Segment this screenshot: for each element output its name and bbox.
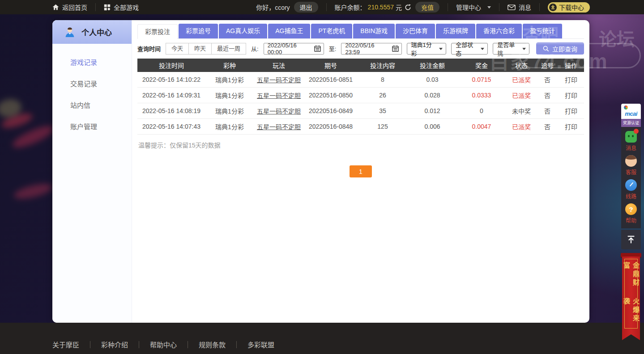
recharge-button[interactable]: 充值	[415, 2, 439, 13]
calendar-icon[interactable]	[314, 45, 321, 52]
single-select[interactable]: 是否单挑	[493, 43, 529, 55]
print-action[interactable]: 打印	[558, 122, 584, 131]
widget-item-help[interactable]: ?帮助	[621, 202, 641, 226]
quick-range-yesterday[interactable]: 昨天	[188, 43, 212, 55]
home-icon	[52, 4, 59, 10]
print-action[interactable]: 打印	[558, 91, 584, 100]
widget-items: 消息客服线路?帮助	[621, 127, 641, 228]
lottery-type: 瑞典1分彩	[205, 91, 254, 100]
column-header-1: 彩种	[205, 61, 254, 70]
column-header-4: 投注内容	[358, 61, 408, 70]
footer-link-lottery-intro[interactable]: 彩种介绍	[101, 340, 128, 349]
balance-value: 210.5557	[368, 4, 394, 11]
lottery-select[interactable]: 瑞典1分彩	[407, 43, 447, 55]
tab-ag-fishing[interactable]: AG捕鱼王	[268, 24, 310, 38]
bet-amount: 0.03	[408, 76, 457, 83]
widget-item-label-line: 线路	[626, 192, 636, 200]
grid-icon	[104, 4, 111, 11]
status-select-value: 全部状态	[456, 40, 478, 57]
back-to-top-icon	[626, 235, 636, 244]
avatar-icon	[64, 26, 76, 38]
footer-separator	[139, 341, 139, 348]
sidebar-item-transaction-records[interactable]: 交易记录	[52, 73, 132, 95]
lottery-type: 瑞典1分彩	[205, 75, 254, 84]
widget-item-line[interactable]: 线路	[621, 177, 641, 202]
refresh-icon[interactable]	[405, 4, 411, 11]
footer-links: 关于摩臣彩种介绍帮助中心规则条款多彩联盟	[0, 323, 644, 349]
tab-ag-live[interactable]: AG真人娱乐	[219, 24, 267, 38]
promo-banner[interactable]: 金鼎财富 火爆来袭	[622, 253, 640, 340]
tab-bbin-games[interactable]: BBIN游戏	[353, 24, 395, 38]
column-header-9: 操作	[558, 61, 584, 70]
filter-bar: 查询时间 今天昨天最近一周 从: 2022/05/16 00:00 至: 202…	[137, 42, 584, 55]
table-row: 2022-05-16 14:09:31瑞典1分彩五星一码不定胆20220516-…	[137, 88, 584, 103]
topbar-separator	[448, 3, 448, 11]
sidebar-item-account-management[interactable]: 账户管理	[52, 116, 132, 138]
quick-range-today[interactable]: 今天	[166, 43, 189, 55]
widget-item-message[interactable]: 消息	[621, 129, 641, 153]
print-action[interactable]: 打印	[558, 75, 584, 84]
footer-link-about-mochen[interactable]: 关于摩臣	[52, 340, 79, 349]
download-icon	[549, 4, 557, 11]
play-method[interactable]: 五星一码不定胆	[254, 106, 304, 115]
sidebar-item-game-records[interactable]: 游戏记录	[52, 52, 132, 73]
page-1-button[interactable]: 1	[350, 165, 372, 177]
back-home-link[interactable]: 返回首页	[52, 3, 87, 12]
footer-link-help-center[interactable]: 帮助中心	[150, 340, 177, 349]
topbar-separator	[499, 3, 499, 11]
sidebar-item-site-mail[interactable]: 站内信	[52, 95, 132, 116]
bg-red-streak	[10, 122, 56, 152]
column-header-3: 期号	[304, 61, 358, 70]
single-select-value: 是否单挑	[497, 40, 520, 57]
topbar-separator	[326, 3, 327, 11]
widget-item-service[interactable]: 客服	[621, 153, 641, 177]
balance-unit: 元	[396, 3, 402, 12]
footer-link-multicolor-alliance[interactable]: 多彩联盟	[247, 340, 274, 349]
tab-lottery-bet[interactable]: 彩票投注	[137, 24, 178, 39]
tab-profit-stats[interactable]: 盈亏统计	[523, 24, 562, 38]
tab-leyou-chess[interactable]: 乐游棋牌	[436, 24, 475, 38]
status-select[interactable]: 全部状态	[451, 43, 488, 55]
print-action[interactable]: 打印	[558, 106, 584, 115]
issue-number: 20220516-0848	[304, 123, 358, 130]
play-method[interactable]: 五星一码不定胆	[254, 75, 304, 84]
status: 已派奖	[506, 122, 537, 131]
mcai-cert-logo[interactable]: mcai	[621, 104, 641, 119]
all-games-link[interactable]: 全部游戏	[104, 3, 139, 12]
admin-center-menu[interactable]: 管理中心	[456, 3, 491, 12]
chase: 否	[537, 122, 558, 131]
play-method[interactable]: 五星一码不定胆	[254, 122, 304, 131]
download-center-label: 下载中心	[559, 3, 584, 12]
pagination: 1	[137, 165, 584, 177]
tab-lottery-chase[interactable]: 彩票追号	[179, 24, 218, 38]
admin-center-label: 管理中心	[456, 3, 481, 12]
prize: 0.0333	[457, 92, 506, 99]
tab-saba-sports[interactable]: 沙巴体育	[396, 24, 435, 38]
chevron-down-icon	[439, 48, 443, 52]
lottery-select-value: 瑞典1分彩	[411, 40, 437, 57]
tab-pt-slots[interactable]: PT老虎机	[311, 24, 352, 38]
quick-range-last-week[interactable]: 最近一周	[211, 43, 246, 55]
prize: 0	[457, 107, 506, 114]
from-label: 从:	[251, 44, 259, 53]
to-date-input[interactable]: 2022/05/16 23:59	[341, 43, 401, 55]
logout-button[interactable]: 退出	[294, 2, 318, 13]
back-to-top-button[interactable]	[621, 230, 641, 249]
sidebar: 个人中心 游戏记录交易记录站内信账户管理	[52, 20, 132, 323]
cert-label: 奖源认证	[621, 119, 641, 127]
download-center-button[interactable]: 下载中心	[548, 2, 590, 13]
greeting-text: 你好，ccory	[256, 3, 290, 12]
footer-link-rules-terms[interactable]: 规则条款	[199, 340, 226, 349]
issue-number: 20220516-0849	[304, 107, 358, 114]
messages-link[interactable]: 消息	[508, 3, 531, 12]
query-button[interactable]: 立即查询	[536, 42, 584, 55]
play-method[interactable]: 五星一码不定胆	[254, 91, 304, 100]
calendar-icon[interactable]	[392, 45, 399, 52]
issue-number: 20220516-0850	[304, 92, 358, 99]
tab-hk-mark-six[interactable]: 香港六合彩	[476, 24, 522, 38]
content-area: 彩票投注彩票追号AG真人娱乐AG捕鱼王PT老虎机BBIN游戏沙巴体育乐游棋牌香港…	[132, 20, 589, 323]
main-panel: 个人中心 游戏记录交易记录站内信账户管理 彩票投注彩票追号AG真人娱乐AG捕鱼王…	[52, 20, 589, 323]
from-date-input[interactable]: 2022/05/16 00:00	[264, 43, 324, 55]
column-header-8: 追号	[537, 61, 558, 70]
lottery-type: 瑞典1分彩	[205, 106, 254, 115]
